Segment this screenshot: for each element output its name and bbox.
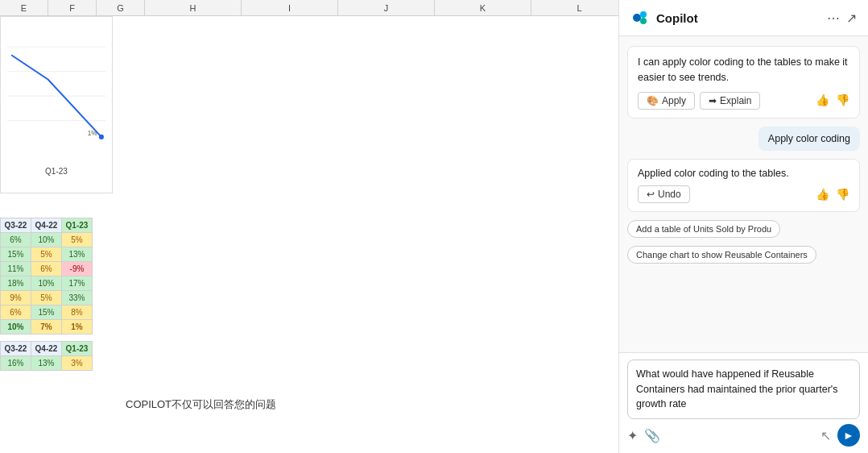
user-message-1: Apply color coding <box>758 127 860 151</box>
col-g: G <box>97 0 145 15</box>
col-k: K <box>435 0 531 15</box>
excel-area: E F G H I J K L M 1% Q1-23 <box>0 0 618 453</box>
table-row: 9% 5% 33% <box>1 291 93 305</box>
svg-text:1%: 1% <box>88 130 97 137</box>
suggestions-row-2: Change chart to show Reusable Containers <box>627 246 860 264</box>
col-e: E <box>0 0 48 15</box>
ai-applied-text: Applied color coding to the tables. <box>638 168 849 179</box>
apply-label: Apply <box>662 95 686 106</box>
data-tables: Q3-22 Q4-22 Q1-23 6% 10% 5% 15% 5% 13% 1… <box>0 218 93 377</box>
svg-point-4 <box>99 135 104 139</box>
data-table-2: Q3-22 Q4-22 Q1-23 16% 13% 3% <box>0 341 93 371</box>
attachment-icon[interactable]: 📎 <box>644 428 660 443</box>
col-h: H <box>145 0 242 15</box>
suggestion-button-1[interactable]: Add a table of Units Sold by Produ <box>627 220 780 238</box>
col-j: J <box>338 0 435 15</box>
input-text: What would have happened if Reusable Con… <box>636 368 837 410</box>
explain-button[interactable]: ➡ Explain <box>700 92 760 110</box>
table-row: 18% 10% 17% <box>1 276 93 291</box>
thumbs-down-icon-2[interactable]: 👎 <box>836 188 849 201</box>
chart-label: Q1-23 <box>7 167 105 176</box>
more-options-icon[interactable]: ⋯ <box>827 10 840 26</box>
col-l: L <box>531 0 618 15</box>
col-f: F <box>48 0 97 15</box>
undo-label: Undo <box>658 189 681 200</box>
copilot-logo-icon <box>630 8 650 27</box>
th2-q3-22: Q3-22 <box>1 342 31 356</box>
ai-applied-message: Applied color coding to the tables. ↩ Un… <box>627 159 860 212</box>
chart-svg: 1% <box>7 23 105 160</box>
table-row: 15% 5% 13% <box>1 247 93 262</box>
input-box[interactable]: What would have happened if Reusable Con… <box>627 359 860 419</box>
thumbs-up-icon-2[interactable]: 👍 <box>816 188 829 201</box>
ai-message-1-actions: 🎨 Apply ➡ Explain 👍 👎 <box>638 92 849 110</box>
svg-point-8 <box>640 18 647 24</box>
ai-message-1: I can apply color coding to the tables t… <box>627 46 860 118</box>
col-i: I <box>242 0 338 15</box>
data-table-1: Q3-22 Q4-22 Q1-23 6% 10% 5% 15% 5% 13% 1… <box>0 218 93 335</box>
send-button[interactable]: ► <box>837 424 860 447</box>
copilot-panel: Copilot ⋯ ↗ I can apply color coding to … <box>618 0 868 453</box>
thumbs-down-icon[interactable]: 👎 <box>836 92 849 109</box>
ai-applied-actions: ↩ Undo 👍 👎 <box>638 185 849 203</box>
copilot-header-icons: ⋯ ↗ <box>827 10 857 26</box>
th2-q4-22: Q4-22 <box>31 342 62 356</box>
copilot-input-area: What would have happened if Reusable Con… <box>619 352 868 453</box>
apply-icon: 🎨 <box>647 95 659 106</box>
sparkle-icon[interactable]: ✦ <box>627 428 638 443</box>
explain-icon: ➡ <box>709 95 717 106</box>
copilot-title: Copilot <box>656 11 820 25</box>
suggestions-row-1: Add a table of Units Sold by Produ <box>627 220 860 238</box>
feedback-icons: 👍 👎 <box>816 92 849 109</box>
table-row: 6% 15% 8% <box>1 305 93 320</box>
thumbs-up-icon[interactable]: 👍 <box>816 92 829 109</box>
undo-button[interactable]: ↩ Undo <box>638 185 690 203</box>
chart-area: 1% Q1-23 <box>0 16 113 193</box>
svg-point-6 <box>633 14 641 22</box>
copilot-messages[interactable]: I can apply color coding to the tables t… <box>619 36 868 352</box>
cursor-icon: ↖ <box>820 428 831 443</box>
table-row: 11% 6% -9% <box>1 262 93 276</box>
ai-message-1-text: I can apply color coding to the tables t… <box>638 55 849 85</box>
apply-button[interactable]: 🎨 Apply <box>638 92 695 110</box>
feedback-icons-2: 👍 👎 <box>816 188 849 201</box>
expand-icon[interactable]: ↗ <box>846 10 857 26</box>
copilot-header: Copilot ⋯ ↗ <box>619 0 868 36</box>
subtitle-text: COPILOT不仅可以回答您的问题 <box>121 395 281 414</box>
suggestion-button-2[interactable]: Change chart to show Reusable Containers <box>627 246 816 264</box>
th-q3-22: Q3-22 <box>1 218 31 233</box>
table-row: 10% 7% 1% <box>1 320 93 335</box>
input-toolbar: ✦ 📎 ↖ ► <box>627 424 860 447</box>
user-message-1-text: Apply color coding <box>768 133 850 144</box>
th-q4-22: Q4-22 <box>31 218 62 233</box>
table-row: 6% 10% 5% <box>1 233 93 247</box>
col-headers: E F G H I J K L M <box>0 0 618 16</box>
table-row: 16% 13% 3% <box>1 356 93 371</box>
svg-point-7 <box>640 11 647 18</box>
explain-label: Explain <box>720 95 751 106</box>
undo-icon: ↩ <box>647 189 655 200</box>
th2-q1-23: Q1-23 <box>62 342 93 356</box>
th-q1-23: Q1-23 <box>62 218 93 233</box>
